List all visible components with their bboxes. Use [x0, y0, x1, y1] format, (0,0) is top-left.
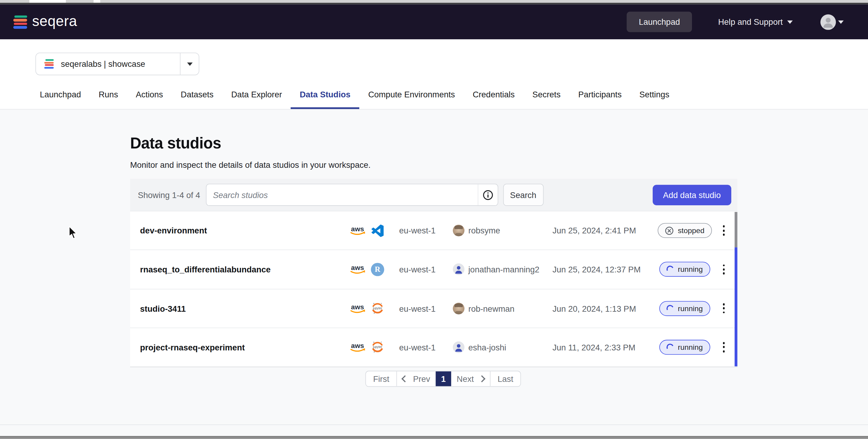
svg-text:aws: aws [351, 264, 364, 272]
workspace-selector-label: seqeralabs | showcase [61, 59, 145, 69]
svg-text:jupyter: jupyter [373, 346, 382, 349]
studio-name[interactable]: studio-3411 [140, 304, 349, 313]
info-icon[interactable] [477, 184, 497, 206]
browser-edge-strip [0, 0, 868, 3]
tab-participants[interactable]: Participants [569, 89, 630, 109]
tab-settings[interactable]: Settings [630, 89, 678, 109]
pagination-first-button[interactable]: First [366, 371, 397, 386]
next-label: Next [457, 374, 474, 383]
footer-divider [0, 425, 868, 425]
seqera-logo-text: seqera [32, 14, 77, 30]
search-input[interactable] [206, 184, 477, 206]
avatar [820, 14, 836, 30]
tab-data-studios[interactable]: Data Studios [291, 89, 359, 109]
pagination-prev-button[interactable]: Prev [397, 371, 436, 386]
jupyter-icon: jupyter [371, 340, 384, 354]
jupyter-icon: jupyter [371, 302, 384, 315]
chevron-right-icon [478, 375, 485, 382]
svg-text:aws: aws [351, 342, 364, 349]
pagination: First Prev 1 Next Last [365, 371, 521, 387]
created-date: Jun 20, 2024, 1:13 PM [553, 304, 654, 313]
user-avatar [453, 303, 464, 314]
status-label: stopped [678, 226, 704, 234]
studio-name[interactable]: dev-environment [140, 226, 349, 235]
studio-name[interactable]: project-rnaseq-experiment [140, 343, 349, 352]
window-bottom-edge [0, 436, 868, 439]
page-subtitle: Monitor and inspect the details of data … [130, 160, 371, 169]
row-menu-kebab-icon[interactable] [718, 261, 729, 278]
row-menu-kebab-icon[interactable] [718, 339, 729, 356]
studios-table: dev-environment aws eu-west-1 robsyme Ju… [130, 211, 737, 367]
tab-actions[interactable]: Actions [127, 89, 172, 109]
tab-data-explorer[interactable]: Data Explorer [222, 89, 291, 109]
pagination-last-button[interactable]: Last [490, 371, 520, 386]
running-spinner-icon [666, 265, 675, 274]
table-row[interactable]: rnaseq_to_differentialabundance aws R eu… [130, 250, 737, 289]
aws-icon: aws [349, 264, 367, 275]
tab-credentials[interactable]: Credentials [464, 89, 524, 109]
user-name: robsyme [468, 226, 500, 235]
seqera-logo-icon [13, 15, 27, 28]
created-date: Jun 25, 2024, 12:37 PM [553, 265, 654, 274]
table-row[interactable]: dev-environment aws eu-west-1 robsyme Ju… [130, 211, 737, 250]
seqera-logo[interactable]: seqera [13, 14, 77, 30]
tab-secrets[interactable]: Secrets [524, 89, 569, 109]
chevron-left-icon [402, 375, 409, 382]
region-label: eu-west-1 [399, 226, 453, 235]
showing-count-label: Showing 1-4 of 4 [138, 190, 200, 199]
mouse-cursor [68, 226, 78, 240]
user-name: esha-joshi [468, 343, 506, 352]
status-label: running [678, 343, 703, 351]
page-title: Data studios [130, 134, 221, 152]
studios-toolbar: Showing 1-4 of 4 Search Add data studio [130, 179, 737, 211]
user-avatar [453, 341, 464, 353]
workspace-selector-caret[interactable] [181, 62, 199, 66]
launchpad-button[interactable]: Launchpad [627, 11, 692, 32]
status-badge: running [660, 340, 710, 355]
svg-text:aws: aws [351, 225, 364, 233]
status-badge: running [660, 301, 710, 316]
scrollbar-thumb[interactable] [735, 212, 737, 247]
help-and-support-menu[interactable]: Help and Support [718, 17, 793, 27]
aws-icon: aws [349, 303, 367, 314]
tab-datasets[interactable]: Datasets [172, 89, 222, 109]
status-label: running [678, 265, 703, 273]
stopped-icon [665, 226, 674, 235]
user-name: jonathan-manning2 [468, 265, 539, 274]
tab-launchpad[interactable]: Launchpad [31, 89, 90, 109]
running-spinner-icon [666, 304, 675, 313]
region-label: eu-west-1 [399, 304, 453, 313]
region-label: eu-west-1 [399, 343, 453, 352]
tab-runs[interactable]: Runs [90, 89, 127, 109]
chevron-down-icon [187, 62, 192, 66]
seqera-workspace-icon [44, 59, 54, 69]
tab-compute-environments[interactable]: Compute Environments [359, 89, 464, 109]
row-menu-kebab-icon[interactable] [718, 300, 729, 317]
created-date: Jun 11, 2024, 2:33 PM [553, 343, 654, 352]
row-menu-kebab-icon[interactable] [718, 222, 729, 239]
rstudio-icon: R [371, 263, 384, 276]
region-label: eu-west-1 [399, 265, 453, 274]
help-and-support-label: Help and Support [718, 17, 783, 27]
table-row[interactable]: project-rnaseq-experiment aws jupyter eu… [130, 328, 737, 367]
chevron-down-icon [787, 20, 793, 24]
pagination-next-button[interactable]: Next [451, 371, 490, 386]
user-name: rob-newman [468, 304, 515, 313]
studio-name[interactable]: rnaseq_to_differentialabundance [140, 265, 349, 274]
workspace-selector[interactable]: seqeralabs | showcase [35, 53, 199, 75]
scrollbar-track-accent [735, 247, 737, 367]
user-menu[interactable] [820, 14, 844, 30]
app-window: seqera Launchpad Help and Support se [0, 0, 868, 439]
browser-tab-hint [29, 0, 66, 3]
aws-icon: aws [349, 225, 367, 236]
table-row[interactable]: studio-3411 aws jupyter eu-west-1 [130, 289, 737, 328]
table-scrollbar[interactable] [735, 212, 737, 367]
browser-tab-hint [93, 0, 100, 3]
user-avatar [453, 225, 464, 236]
workspace-tab-bar: Launchpad Runs Actions Datasets Data Exp… [0, 89, 868, 110]
search-button[interactable]: Search [503, 184, 544, 206]
search-box [206, 184, 498, 206]
aws-icon: aws [349, 341, 367, 353]
running-spinner-icon [666, 343, 675, 352]
add-data-studio-button[interactable]: Add data studio [653, 184, 731, 205]
